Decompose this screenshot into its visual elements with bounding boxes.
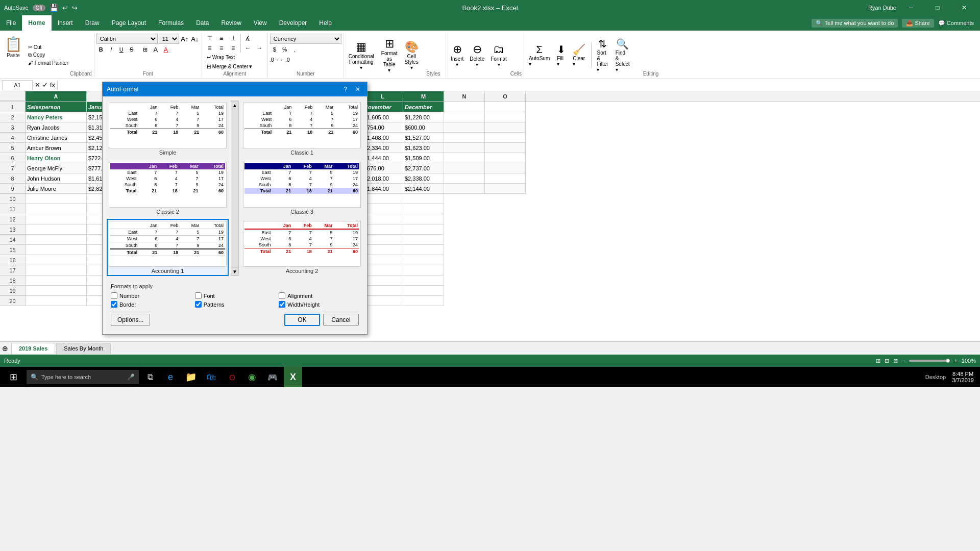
width-height-checkbox[interactable]	[279, 301, 285, 308]
cell-M1[interactable]: December	[403, 102, 444, 112]
share-button[interactable]: 📤 Share	[902, 19, 934, 28]
taskbar-excel-btn[interactable]: X	[284, 367, 302, 387]
cell-M8[interactable]: $2,338.00	[403, 173, 444, 184]
col-header-M[interactable]: M	[403, 91, 444, 102]
cell-O2[interactable]	[485, 112, 526, 122]
taskbar-search[interactable]: 🔍 Type here to search 🎤	[27, 370, 139, 384]
row-header-14[interactable]: 14	[0, 235, 26, 245]
start-button[interactable]: ⊞	[2, 367, 24, 387]
add-sheet-button[interactable]: ⊕	[2, 344, 8, 353]
cell-A6[interactable]: Henry Olson	[26, 153, 87, 163]
confirm-entry-btn[interactable]: ✓	[42, 81, 48, 89]
autosave-toggle[interactable]: Off	[33, 5, 45, 11]
row-header-9[interactable]: 9	[0, 184, 26, 194]
maximize-button[interactable]: □	[926, 0, 949, 15]
cell-A10[interactable]	[26, 194, 87, 204]
conditional-formatting-button[interactable]: ▦ ConditionalFormatting ▾	[346, 39, 377, 72]
format-item-accounting2[interactable]: JanFebMarTotal East77519 West64717 South…	[241, 219, 363, 276]
align-bottom-btn[interactable]: ⊥	[228, 34, 239, 43]
tab-file[interactable]: File	[0, 15, 22, 31]
align-left-btn[interactable]: ≡	[204, 43, 215, 53]
cell-A4[interactable]: Christine James	[26, 133, 87, 143]
cell-L1[interactable]: November	[362, 102, 403, 112]
cell-N9[interactable]	[444, 184, 485, 194]
col-header-N[interactable]: N	[444, 91, 485, 102]
cell-A3[interactable]: Ryan Jacobs	[26, 122, 87, 133]
cell-M6[interactable]: $1,509.00	[403, 153, 444, 163]
cell-M2[interactable]: $1,228.00	[403, 112, 444, 122]
number-checkbox[interactable]	[111, 292, 117, 299]
cell-L9[interactable]: $1,844.00	[362, 184, 403, 194]
format-item-classic1[interactable]: JanFebMarTotal East77519 West64717 South…	[241, 101, 363, 158]
cell-O5[interactable]	[485, 143, 526, 153]
taskbar-store-btn[interactable]: 🛍	[202, 367, 220, 387]
row-header-15[interactable]: 15	[0, 245, 26, 255]
sort-filter-button[interactable]: ⇅ Sort &Filter ▾	[594, 36, 610, 74]
sheet-tab-2019-sales[interactable]: 2019 Sales	[11, 343, 55, 354]
row-header-17[interactable]: 17	[0, 265, 26, 276]
decrease-decimal-btn[interactable]: ←.0	[280, 55, 289, 64]
increase-indent-btn[interactable]: →	[254, 43, 265, 53]
col-header-A[interactable]: A	[26, 91, 87, 102]
scroll-up-btn[interactable]: ▲	[231, 101, 239, 109]
row-header-6[interactable]: 6	[0, 153, 26, 163]
cell-O6[interactable]	[485, 153, 526, 163]
close-button[interactable]: ✕	[952, 0, 976, 15]
number-checkbox-item[interactable]: Number	[111, 292, 191, 299]
patterns-checkbox-item[interactable]: Patterns	[195, 301, 275, 308]
page-layout-view-btn[interactable]: ⊟	[885, 358, 889, 364]
row-header-10[interactable]: 10	[0, 194, 26, 204]
cell-L10[interactable]	[362, 194, 403, 204]
row-header-12[interactable]: 12	[0, 214, 26, 224]
tab-page-layout[interactable]: Page Layout	[106, 15, 152, 31]
taskbar-game-btn[interactable]: 🎮	[263, 367, 282, 387]
borders-button[interactable]: ⊞	[141, 45, 150, 54]
row-header-20[interactable]: 20	[0, 296, 26, 306]
cell-A2[interactable]: Nancy Peters	[26, 112, 87, 122]
cell-N3[interactable]	[444, 122, 485, 133]
row-header-16[interactable]: 16	[0, 255, 26, 265]
cell-styles-button[interactable]: 🎨 CellStyles ▾	[402, 39, 421, 72]
cell-L2[interactable]: $1,605.00	[362, 112, 403, 122]
row-header-4[interactable]: 4	[0, 133, 26, 143]
microphone-icon[interactable]: 🎤	[127, 373, 135, 381]
bold-button[interactable]: B	[96, 45, 106, 54]
ok-button[interactable]: OK	[284, 314, 320, 326]
zoom-slider[interactable]	[909, 360, 950, 362]
underline-button[interactable]: U	[117, 45, 126, 54]
tab-formulas[interactable]: Formulas	[152, 15, 190, 31]
cell-N1[interactable]	[444, 102, 485, 112]
taskbar-explorer-btn[interactable]: 📁	[182, 367, 200, 387]
merge-center-button[interactable]: ⊟ Merge & Center ▾	[204, 62, 265, 71]
cell-A7[interactable]: George McFly	[26, 163, 87, 173]
delete-button[interactable]: ⊖ Delete ▾	[467, 41, 487, 69]
wrap-text-button[interactable]: ↵ Wrap Text	[204, 53, 265, 62]
tab-draw[interactable]: Draw	[79, 15, 106, 31]
cell-M10[interactable]	[403, 194, 444, 204]
comments-button[interactable]: 💬 Comments	[938, 20, 974, 27]
align-center-btn[interactable]: ≡	[216, 43, 227, 53]
cell-O8[interactable]	[485, 173, 526, 184]
number-format-select[interactable]: Currency	[270, 34, 341, 44]
tab-review[interactable]: Review	[215, 15, 247, 31]
tab-data[interactable]: Data	[190, 15, 215, 31]
zoom-out-btn[interactable]: −	[902, 358, 905, 364]
row-header-8[interactable]: 8	[0, 173, 26, 184]
taskbar-clock[interactable]: 8:48 PM 3/7/2019	[948, 371, 978, 383]
align-middle-btn[interactable]: ≡	[216, 34, 227, 43]
cell-O9[interactable]	[485, 184, 526, 194]
currency-btn[interactable]: $	[270, 45, 279, 54]
cell-A1[interactable]: Salesperson	[26, 102, 87, 112]
font-size-select[interactable]: 11	[159, 34, 179, 44]
cell-N8[interactable]	[444, 173, 485, 184]
cell-A9[interactable]: Julie Moore	[26, 184, 87, 194]
cell-O4[interactable]	[485, 133, 526, 143]
format-painter-button[interactable]: 🖌 Format Painter	[27, 60, 70, 66]
width-height-checkbox-item[interactable]: Width/Height	[279, 301, 359, 308]
cell-L5[interactable]: $2,334.00	[362, 143, 403, 153]
redo-icon[interactable]: ↪	[72, 4, 78, 12]
cell-L3[interactable]: $754.00	[362, 122, 403, 133]
minimize-button[interactable]: ─	[899, 0, 923, 15]
search-box[interactable]: 🔍 Tell me what you want to do	[812, 19, 898, 28]
undo-icon[interactable]: ↩	[62, 4, 68, 12]
